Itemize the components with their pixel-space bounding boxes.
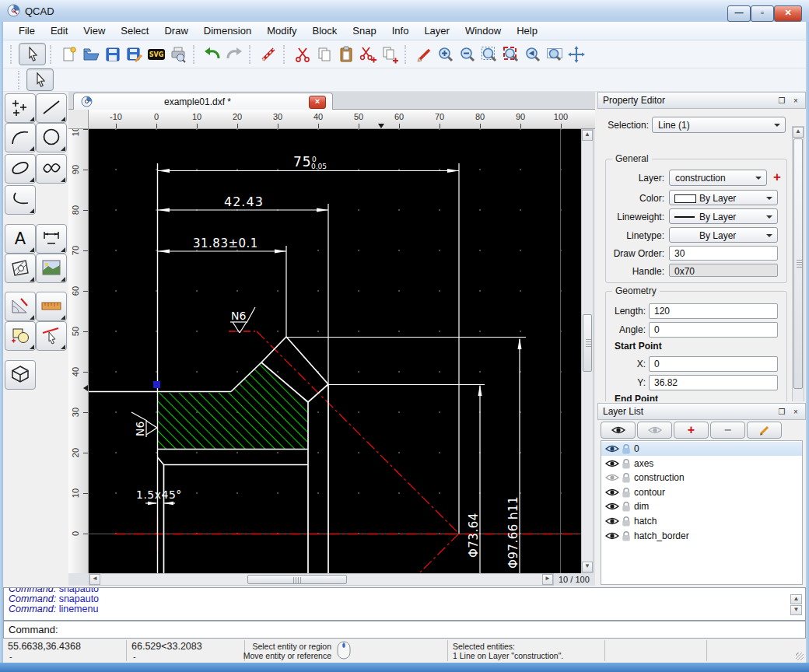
menu-draw[interactable]: Draw [156,23,195,39]
document-tab[interactable]: example01.dxf * × [73,93,333,110]
zoom-window-button[interactable] [544,44,566,65]
points-tool-button[interactable] [5,93,36,123]
print-preview-button[interactable] [167,44,189,65]
scroll-right-icon[interactable]: ► [542,574,553,585]
ruler-tool-button[interactable] [36,292,67,321]
title-bar[interactable]: QCAD — ▫ ✕ [0,0,809,23]
scroll-up-icon[interactable]: ▲ [793,127,804,138]
selection-handle[interactable] [153,381,160,388]
command-history[interactable]: Command: snapautoCommand: snapautoComman… [3,587,806,621]
cut-button[interactable] [292,44,313,65]
property-editor-header[interactable]: Property Editor ❐ × [597,92,806,109]
add-layer-icon[interactable]: + [773,171,781,184]
menu-layer[interactable]: Layer [416,23,457,39]
layer-row-contour[interactable]: contour [601,485,802,499]
property-editor-scrollbar[interactable]: ▲ ▼ [792,126,804,401]
linetype-combo[interactable]: By Layer [669,227,778,243]
menu-block[interactable]: Block [305,23,345,39]
spline-tool-button[interactable] [36,154,67,184]
scroll-down-icon[interactable]: ▼ [582,562,593,572]
paste-button[interactable] [335,44,357,65]
zoom-previous-button[interactable] [522,44,544,65]
close-panel-icon[interactable]: × [790,406,802,418]
modify-tool-button[interactable] [5,321,36,351]
layer-list-header[interactable]: Layer List ❐ × [597,403,806,420]
selection-combo[interactable]: Line (1) [652,117,786,133]
hscroll-thumb[interactable] [247,575,347,584]
snap-tool-button[interactable] [36,321,67,351]
layer-row-axes[interactable]: axes [601,457,802,471]
polyline-tool-button[interactable] [5,185,36,215]
redo-button[interactable] [223,44,245,65]
layer-combo[interactable]: construction [669,170,767,186]
remove-layer-button[interactable]: − [710,422,745,439]
undo-button[interactable] [201,44,223,65]
menu-view[interactable]: View [75,23,113,39]
ellipse-tool-button[interactable] [5,154,36,184]
menu-help[interactable]: Help [509,23,545,39]
zoom-in-button[interactable] [435,44,457,65]
pe-scroll-thumb[interactable] [793,138,803,389]
horizontal-scrollbar[interactable]: ◄ ► [89,573,554,586]
menu-window[interactable]: Window [457,23,509,39]
layer-row-construction[interactable]: construction [601,471,802,485]
length-field[interactable]: 120 [649,303,778,319]
menu-snap[interactable]: Snap [345,23,383,39]
menu-select[interactable]: Select [113,23,156,39]
block-tool-button[interactable] [5,360,36,390]
close-button[interactable]: ✕ [774,5,802,22]
layer-row-0[interactable]: 0 [601,442,802,456]
reset-button[interactable] [257,44,279,65]
close-panel-icon[interactable]: × [790,95,802,107]
image-tool-button[interactable] [36,254,67,283]
angle-field[interactable]: 0 [649,322,778,338]
vertical-scrollbar[interactable]: ▲ ▼ [581,129,594,573]
copy-with-reference-button[interactable] [379,44,401,65]
zoom-pan-button[interactable] [566,44,587,65]
zoom-out-button[interactable] [457,44,478,65]
menu-modify[interactable]: Modify [259,23,304,39]
text-tool-button[interactable]: A [5,224,36,254]
scroll-up-icon[interactable]: ▲ [790,594,802,604]
copy-button[interactable] [313,44,335,65]
start-x-field[interactable]: 0 [649,356,778,372]
zoom-selection-button[interactable] [500,44,522,65]
tab-close-icon[interactable]: × [309,96,326,109]
cut-with-reference-button[interactable] [357,44,379,65]
float-panel-icon[interactable]: ❐ [776,95,788,107]
measure-tool-button[interactable] [5,292,36,321]
layer-row-hatch_border[interactable]: hatch_border [601,529,802,543]
new-button[interactable] [58,44,80,65]
arc-tool-button[interactable] [5,123,36,152]
command-input[interactable]: Command: [3,621,806,639]
resize-grip[interactable] [796,653,804,660]
lineweight-combo[interactable]: By Layer [669,208,778,224]
svg-export-button[interactable]: SVG [145,44,167,65]
edit-layer-button[interactable] [747,422,782,439]
layer-row-dim[interactable]: dim [601,499,802,513]
add-layer-button[interactable]: + [674,422,709,439]
selection-button[interactable] [19,43,46,65]
layer-row-hatch[interactable]: hatch [601,514,802,528]
show-all-layers-button[interactable] [601,422,636,439]
restore-button[interactable]: ▫ [751,5,774,22]
menu-file[interactable]: File [11,23,43,39]
edit-pen-button[interactable] [413,44,435,65]
start-y-field[interactable]: 36.82 [649,375,778,390]
zoom-auto-button[interactable] [478,44,500,65]
color-combo[interactable]: By Layer [669,190,778,205]
scroll-up-icon[interactable]: ▲ [582,130,593,141]
draw-order-field[interactable]: 30 [669,246,778,261]
drawing-canvas[interactable]: 75 0 0.05 42.43 31.83±0.1 1.5x45° Φ73.64… [89,129,581,573]
save-button[interactable] [102,44,124,65]
scroll-down-icon[interactable]: ▼ [790,605,802,615]
save-as-button[interactable] [124,44,145,65]
menu-dimension[interactable]: Dimension [196,23,259,39]
menu-edit[interactable]: Edit [43,23,75,39]
open-button[interactable] [80,44,102,65]
float-panel-icon[interactable]: ❐ [776,406,788,418]
vscroll-thumb[interactable] [583,314,592,372]
line-tool-button[interactable] [36,93,67,123]
minimize-button[interactable]: — [727,5,751,22]
command-history-scrollbar[interactable]: ▲ ▼ [790,590,804,619]
